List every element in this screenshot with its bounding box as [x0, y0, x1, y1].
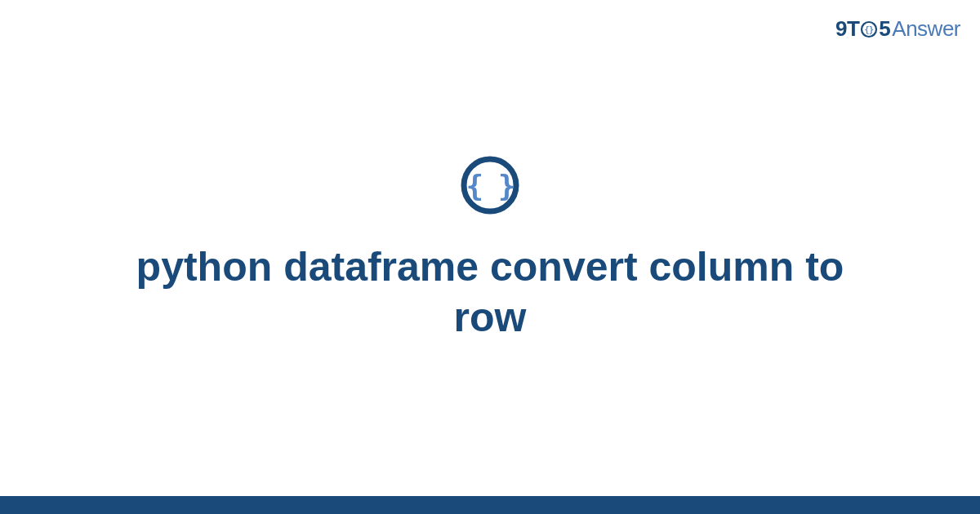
svg-text:{ }: { }: [466, 169, 514, 202]
content-wrapper: { } python dataframe convert column to r…: [0, 0, 980, 498]
page-title: python dataframe convert column to row: [82, 241, 898, 343]
code-braces-icon: { }: [460, 155, 520, 215]
footer-bar: [0, 496, 980, 514]
